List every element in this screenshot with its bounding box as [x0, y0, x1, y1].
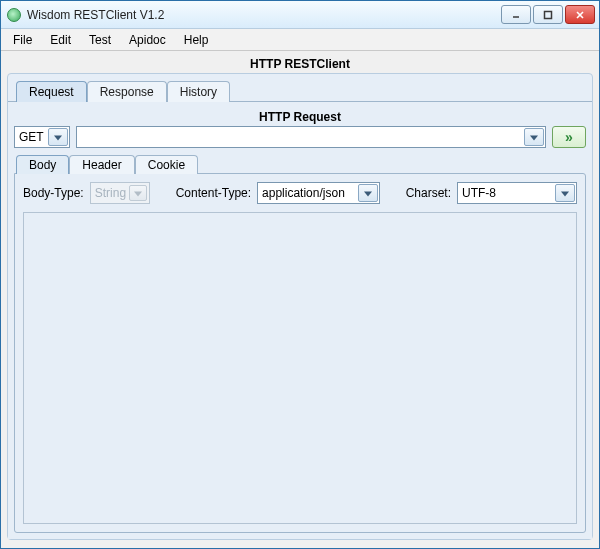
minimize-icon [511, 10, 521, 20]
app-window: Wisdom RESTClient V1.2 File Edit Test Ap… [0, 0, 600, 549]
tab-response[interactable]: Response [87, 81, 167, 102]
svg-rect-1 [545, 11, 552, 18]
charset-label: Charset: [406, 186, 451, 200]
content-type-select-wrap[interactable] [257, 182, 380, 204]
content-type-label: Content-Type: [176, 186, 251, 200]
body-editor[interactable] [23, 212, 577, 524]
body-form-row: Body-Type: String Content-Type: Cha [23, 182, 577, 204]
menu-test[interactable]: Test [81, 31, 119, 49]
url-input[interactable] [76, 126, 546, 148]
tabs-row: Request Response History [8, 74, 592, 101]
menu-apidoc[interactable]: Apidoc [121, 31, 174, 49]
body-type-label: Body-Type: [23, 186, 84, 200]
subtab-header[interactable]: Header [69, 155, 134, 174]
maximize-icon [543, 10, 553, 20]
minimize-button[interactable] [501, 5, 531, 24]
client-area: HTTP RESTClient Request Response History… [1, 51, 599, 548]
request-tab-body: HTTP Request » [8, 101, 592, 539]
main-panel: Request Response History HTTP Request [7, 73, 593, 540]
window-controls [501, 5, 595, 24]
subtab-body[interactable]: Body [16, 155, 69, 174]
subtabs-row: Body Header Cookie [14, 154, 586, 173]
tab-history[interactable]: History [167, 81, 230, 102]
url-combo[interactable] [76, 126, 546, 148]
tab-request[interactable]: Request [16, 81, 87, 102]
chevron-double-right-icon: » [565, 129, 573, 145]
menubar: File Edit Test Apidoc Help [1, 29, 599, 51]
main-section-label: HTTP RESTClient [7, 55, 593, 73]
menu-edit[interactable]: Edit [42, 31, 79, 49]
charset-select-wrap[interactable] [457, 182, 577, 204]
body-type-value: String [95, 186, 126, 200]
http-method-select[interactable] [14, 126, 70, 148]
close-button[interactable] [565, 5, 595, 24]
content-type-select[interactable] [257, 182, 380, 204]
send-button[interactable]: » [552, 126, 586, 148]
maximize-button[interactable] [533, 5, 563, 24]
http-request-label: HTTP Request [14, 108, 586, 126]
window-title: Wisdom RESTClient V1.2 [27, 8, 164, 22]
titlebar: Wisdom RESTClient V1.2 [1, 1, 599, 29]
chevron-down-icon [134, 192, 142, 197]
close-icon [575, 10, 585, 20]
request-line-row: » [14, 126, 586, 148]
http-method-select-wrap[interactable] [14, 126, 70, 148]
body-type-select: String [90, 182, 150, 204]
menu-file[interactable]: File [5, 31, 40, 49]
body-subtab-body: Body-Type: String Content-Type: Cha [14, 173, 586, 533]
subtab-cookie[interactable]: Cookie [135, 155, 198, 174]
app-icon [7, 8, 21, 22]
charset-select[interactable] [457, 182, 577, 204]
menu-help[interactable]: Help [176, 31, 217, 49]
